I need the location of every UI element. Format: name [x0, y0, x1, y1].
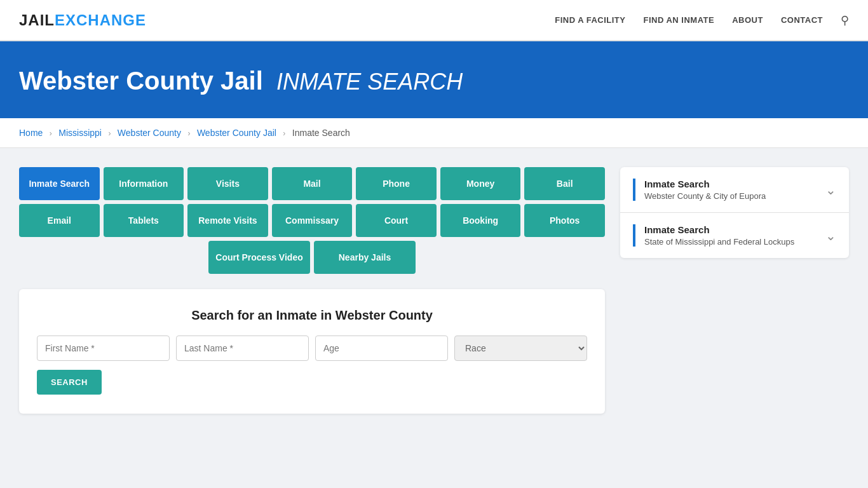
form-row-1: Race White Black Hispanic Asian Other — [37, 336, 587, 361]
tab-commissary[interactable]: Commissary — [272, 204, 353, 237]
sep2: › — [108, 129, 111, 138]
sidebar-item-1-content: Inmate Search Webster County & City of E… — [633, 179, 766, 201]
breadcrumb: Home › Mississippi › Webster County › We… — [0, 118, 868, 148]
sidebar-item-2-subtitle: State of Mississippi and Federal Lockups — [644, 237, 794, 247]
sidebar-item-2[interactable]: Inmate Search State of Mississippi and F… — [620, 213, 849, 258]
tab-photos[interactable]: Photos — [524, 204, 605, 237]
tab-remote-visits[interactable]: Remote Visits — [187, 204, 268, 237]
navbar: JAILEXCHANGE FIND A FACILITY FIND AN INM… — [0, 0, 868, 41]
nav-links: FIND A FACILITY FIND AN INMATE ABOUT CON… — [555, 13, 849, 27]
sep1: › — [50, 129, 52, 138]
page-title: Webster County Jail INMATE SEARCH — [19, 67, 849, 95]
hero-section: Webster County Jail INMATE SEARCH — [0, 41, 868, 118]
sidebar-item-2-content: Inmate Search State of Mississippi and F… — [633, 224, 794, 247]
tab-phone[interactable]: Phone — [356, 167, 437, 200]
sidebar-item-2-title: Inmate Search — [644, 224, 794, 235]
tab-money[interactable]: Money — [440, 167, 521, 200]
sep4: › — [283, 129, 285, 138]
breadcrumb-current: Inmate Search — [292, 128, 350, 138]
breadcrumb-webster-county-jail[interactable]: Webster County Jail — [197, 128, 276, 138]
tab-nearby-jails[interactable]: Nearby Jails — [314, 241, 416, 274]
sidebar-card: Inmate Search Webster County & City of E… — [620, 167, 849, 258]
hero-title-main: Webster County Jail — [19, 67, 263, 95]
right-sidebar: Inmate Search Webster County & City of E… — [620, 167, 849, 258]
search-form-title: Search for an Inmate in Webster County — [37, 308, 587, 323]
tab-visits[interactable]: Visits — [187, 167, 268, 200]
sep3: › — [187, 129, 190, 138]
contact-link[interactable]: CONTACT — [781, 15, 823, 25]
age-input[interactable] — [315, 336, 448, 361]
sidebar-item-1-title: Inmate Search — [644, 179, 766, 189]
breadcrumb-home[interactable]: Home — [19, 128, 43, 138]
left-column: Inmate Search Information Visits Mail Ph… — [19, 167, 605, 414]
tab-email[interactable]: Email — [19, 204, 100, 237]
about-link[interactable]: ABOUT — [732, 15, 763, 25]
tabs-row-3: Court Process Video Nearby Jails — [19, 241, 605, 274]
search-button[interactable]: SEARCH — [37, 370, 102, 395]
breadcrumb-webster-county[interactable]: Webster County — [118, 128, 181, 138]
search-icon[interactable]: ⚲ — [841, 13, 849, 27]
tab-booking[interactable]: Booking — [440, 204, 521, 237]
tab-information[interactable]: Information — [104, 167, 184, 200]
tab-inmate-search[interactable]: Inmate Search — [19, 167, 100, 200]
sidebar-item-1-subtitle: Webster County & City of Eupora — [644, 191, 766, 201]
tabs-row-1: Inmate Search Information Visits Mail Ph… — [19, 167, 605, 200]
logo-exchange: EXCHANGE — [55, 11, 146, 29]
logo-jail: JAIL — [19, 11, 55, 29]
race-select[interactable]: Race White Black Hispanic Asian Other — [454, 336, 587, 361]
tabs-row-2: Email Tablets Remote Visits Commissary C… — [19, 204, 605, 237]
site-logo[interactable]: JAILEXCHANGE — [19, 11, 146, 29]
hero-title-italic: INMATE SEARCH — [276, 69, 463, 95]
tab-mail[interactable]: Mail — [272, 167, 353, 200]
sidebar-item-1[interactable]: Inmate Search Webster County & City of E… — [620, 167, 849, 213]
main-wrapper: Inmate Search Information Visits Mail Ph… — [0, 148, 868, 433]
last-name-input[interactable] — [176, 336, 309, 361]
chevron-down-icon-1: ⌄ — [825, 182, 836, 198]
search-form-card: Search for an Inmate in Webster County R… — [19, 289, 605, 414]
tab-court-process-video[interactable]: Court Process Video — [208, 241, 310, 274]
chevron-down-icon-2: ⌄ — [825, 228, 836, 243]
tab-court[interactable]: Court — [356, 204, 437, 237]
find-inmate-link[interactable]: FIND AN INMATE — [643, 15, 714, 25]
find-facility-link[interactable]: FIND A FACILITY — [555, 15, 625, 25]
tab-tablets[interactable]: Tablets — [104, 204, 184, 237]
tab-bail[interactable]: Bail — [524, 167, 605, 200]
breadcrumb-mississippi[interactable]: Mississippi — [58, 128, 102, 138]
first-name-input[interactable] — [37, 336, 170, 361]
